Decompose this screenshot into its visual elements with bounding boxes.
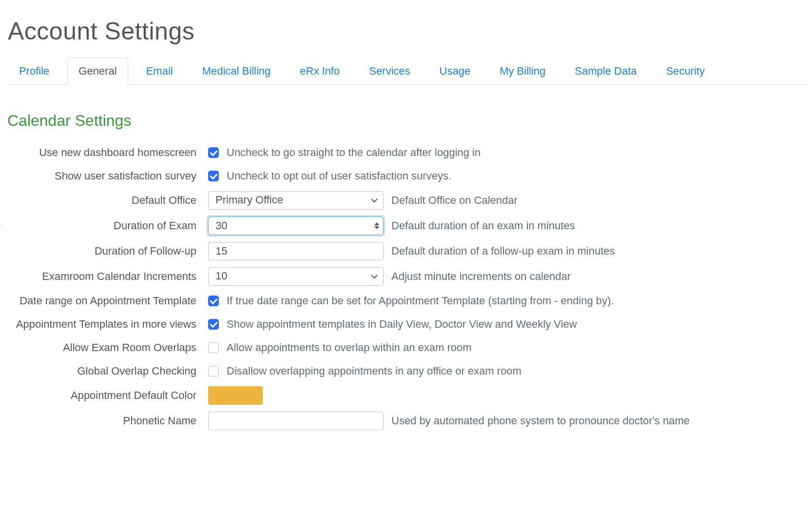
tab-erx-info[interactable]: eRx Info [289,58,351,85]
checkbox-date-range-template[interactable] [208,296,219,306]
tab-general[interactable]: General [67,58,128,85]
select-default-office[interactable]: Primary Office [208,191,384,210]
label-use-new-dashboard: Use new dashboard homescreen [6,146,208,159]
help-show-survey: Uncheck to opt out of user satisfaction … [227,170,451,182]
label-show-survey: Show user satisfaction survey [6,170,208,182]
label-allow-overlaps: Allow Exam Room Overlaps [6,341,208,354]
input-phonetic-name[interactable] [208,412,384,430]
tab-sample-data[interactable]: Sample Data [563,58,648,85]
label-default-office: Default Office [6,194,208,207]
checkbox-templates-more-views[interactable] [208,319,219,330]
label-phonetic-name: Phonetic Name [6,415,208,427]
tab-profile[interactable]: Profile [8,58,60,85]
checkbox-use-new-dashboard[interactable] [208,147,219,158]
label-templates-more-views: Appointment Templates in more views [6,318,208,331]
help-date-range-template: If true date range can be set for Appoin… [227,295,614,307]
label-default-color: Appointment Default Color [6,389,208,402]
tab-usage[interactable]: Usage [428,58,482,85]
help-phonetic-name: Used by automated phone system to pronou… [391,415,690,427]
label-duration-exam: Duration of Exam [6,219,208,232]
tab-medical-billing[interactable]: Medical Billing [191,58,282,85]
tab-my-billing[interactable]: My Billing [488,58,557,85]
checkbox-allow-overlaps[interactable] [208,342,219,353]
tab-security[interactable]: Security [655,58,716,85]
input-duration-followup[interactable] [208,242,384,260]
pointer-arrow-icon [0,218,1,233]
tab-services[interactable]: Services [358,58,421,85]
help-allow-overlaps: Allow appointments to overlap within an … [227,341,472,354]
checkbox-global-overlap[interactable] [208,366,219,376]
label-duration-followup: Duration of Follow-up [6,245,208,258]
label-global-overlap: Global Overlap Checking [6,365,208,377]
page-title: Account Settings [8,17,807,45]
help-default-office: Default Office on Calendar [391,194,518,207]
tab-email[interactable]: Email [135,58,184,85]
tabs-nav: Profile General Email Medical Billing eR… [8,58,807,85]
input-duration-exam[interactable] [208,217,384,235]
select-calendar-increments[interactable]: 10 [208,267,384,286]
help-duration-followup: Default duration of a follow-up exam in … [391,245,615,258]
section-title: Calendar Settings [7,112,807,130]
color-swatch[interactable] [208,386,263,405]
help-global-overlap: Disallow overlapping appointments in any… [227,365,522,377]
svg-marker-1 [0,219,0,232]
label-date-range-template: Date range on Appointment Template [6,295,208,307]
label-calendar-increments: Examroom Calendar Increments [6,270,208,283]
help-calendar-increments: Adjust minute increments on calendar [391,270,571,283]
checkbox-show-survey[interactable] [208,171,219,181]
help-use-new-dashboard: Uncheck to go straight to the calendar a… [227,146,481,159]
help-duration-exam: Default duration of an exam in minutes [391,219,575,232]
help-templates-more-views: Show appointment templates in Daily View… [227,318,577,331]
